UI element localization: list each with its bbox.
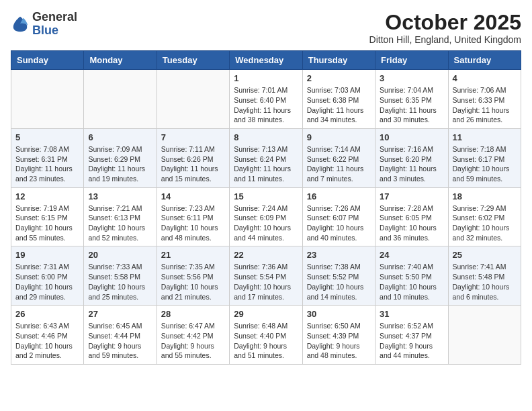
location: Ditton Hill, England, United Kingdom bbox=[369, 34, 521, 45]
day-number: 25 bbox=[453, 250, 517, 260]
calendar-cell: 31Sunrise: 6:52 AM Sunset: 4:37 PM Dayli… bbox=[375, 306, 448, 365]
day-number: 12 bbox=[15, 191, 79, 201]
calendar-cell bbox=[157, 70, 229, 129]
cell-content: Sunrise: 6:52 AM Sunset: 4:37 PM Dayligh… bbox=[380, 321, 443, 361]
cell-content: Sunrise: 7:08 AM Sunset: 6:31 PM Dayligh… bbox=[15, 144, 79, 184]
calendar-week-row: 1Sunrise: 7:01 AM Sunset: 6:40 PM Daylig… bbox=[11, 70, 521, 129]
day-number: 4 bbox=[453, 73, 517, 83]
cell-content: Sunrise: 7:18 AM Sunset: 6:17 PM Dayligh… bbox=[453, 144, 517, 184]
calendar-cell: 30Sunrise: 6:50 AM Sunset: 4:39 PM Dayli… bbox=[302, 306, 375, 365]
calendar-cell: 14Sunrise: 7:23 AM Sunset: 6:11 PM Dayli… bbox=[157, 187, 229, 246]
cell-content: Sunrise: 7:03 AM Sunset: 6:38 PM Dayligh… bbox=[307, 85, 371, 125]
calendar-cell: 17Sunrise: 7:28 AM Sunset: 6:05 PM Dayli… bbox=[375, 187, 448, 246]
calendar-cell: 24Sunrise: 7:40 AM Sunset: 5:50 PM Dayli… bbox=[375, 246, 448, 306]
calendar-week-row: 26Sunrise: 6:43 AM Sunset: 4:46 PM Dayli… bbox=[11, 306, 521, 365]
day-number: 16 bbox=[307, 191, 371, 201]
calendar-cell: 10Sunrise: 7:16 AM Sunset: 6:20 PM Dayli… bbox=[375, 128, 448, 187]
cell-content: Sunrise: 7:33 AM Sunset: 5:58 PM Dayligh… bbox=[88, 262, 152, 302]
calendar-cell: 26Sunrise: 6:43 AM Sunset: 4:46 PM Dayli… bbox=[11, 306, 84, 365]
calendar-cell: 16Sunrise: 7:26 AM Sunset: 6:07 PM Dayli… bbox=[302, 187, 375, 246]
calendar: SundayMondayTuesdayWednesdayThursdayFrid… bbox=[11, 50, 521, 365]
calendar-cell: 25Sunrise: 7:41 AM Sunset: 5:48 PM Dayli… bbox=[448, 246, 521, 306]
cell-content: Sunrise: 7:21 AM Sunset: 6:13 PM Dayligh… bbox=[88, 203, 152, 243]
cell-content: Sunrise: 7:23 AM Sunset: 6:11 PM Dayligh… bbox=[161, 203, 225, 243]
calendar-cell: 28Sunrise: 6:47 AM Sunset: 4:42 PM Dayli… bbox=[157, 306, 229, 365]
day-number: 21 bbox=[161, 250, 225, 260]
calendar-cell: 1Sunrise: 7:01 AM Sunset: 6:40 PM Daylig… bbox=[230, 70, 302, 129]
calendar-cell: 27Sunrise: 6:45 AM Sunset: 4:44 PM Dayli… bbox=[84, 306, 157, 365]
cell-content: Sunrise: 7:04 AM Sunset: 6:35 PM Dayligh… bbox=[380, 85, 443, 125]
day-number: 11 bbox=[453, 132, 517, 142]
cell-content: Sunrise: 6:45 AM Sunset: 4:44 PM Dayligh… bbox=[88, 321, 152, 361]
day-number: 20 bbox=[88, 250, 152, 260]
calendar-cell: 5Sunrise: 7:08 AM Sunset: 6:31 PM Daylig… bbox=[11, 128, 84, 187]
calendar-cell: 22Sunrise: 7:36 AM Sunset: 5:54 PM Dayli… bbox=[230, 246, 302, 306]
cell-content: Sunrise: 7:35 AM Sunset: 5:56 PM Dayligh… bbox=[161, 262, 225, 302]
calendar-cell: 4Sunrise: 7:06 AM Sunset: 6:33 PM Daylig… bbox=[448, 70, 521, 129]
cell-content: Sunrise: 6:48 AM Sunset: 4:40 PM Dayligh… bbox=[234, 321, 298, 361]
calendar-week-row: 12Sunrise: 7:19 AM Sunset: 6:15 PM Dayli… bbox=[11, 187, 521, 246]
cell-content: Sunrise: 6:47 AM Sunset: 4:42 PM Dayligh… bbox=[161, 321, 225, 361]
cell-content: Sunrise: 7:19 AM Sunset: 6:15 PM Dayligh… bbox=[15, 203, 79, 243]
day-number: 26 bbox=[15, 309, 79, 319]
cell-content: Sunrise: 7:31 AM Sunset: 6:00 PM Dayligh… bbox=[15, 262, 79, 302]
weekday-header-friday: Friday bbox=[375, 51, 448, 70]
day-number: 18 bbox=[453, 191, 517, 201]
cell-content: Sunrise: 7:28 AM Sunset: 6:05 PM Dayligh… bbox=[380, 203, 443, 243]
calendar-cell: 21Sunrise: 7:35 AM Sunset: 5:56 PM Dayli… bbox=[157, 246, 229, 306]
calendar-week-row: 5Sunrise: 7:08 AM Sunset: 6:31 PM Daylig… bbox=[11, 128, 521, 187]
page-header: General Blue October 2025 Ditton Hill, E… bbox=[11, 11, 521, 45]
cell-content: Sunrise: 7:01 AM Sunset: 6:40 PM Dayligh… bbox=[234, 85, 298, 125]
day-number: 28 bbox=[161, 309, 225, 319]
weekday-header-sunday: Sunday bbox=[11, 51, 84, 70]
day-number: 10 bbox=[380, 132, 443, 142]
cell-content: Sunrise: 7:26 AM Sunset: 6:07 PM Dayligh… bbox=[307, 203, 371, 243]
cell-content: Sunrise: 7:38 AM Sunset: 5:52 PM Dayligh… bbox=[307, 262, 371, 302]
cell-content: Sunrise: 7:14 AM Sunset: 6:22 PM Dayligh… bbox=[307, 144, 371, 184]
weekday-header-saturday: Saturday bbox=[448, 51, 521, 70]
calendar-cell: 8Sunrise: 7:13 AM Sunset: 6:24 PM Daylig… bbox=[230, 128, 302, 187]
day-number: 24 bbox=[380, 250, 443, 260]
day-number: 23 bbox=[307, 250, 371, 260]
day-number: 5 bbox=[15, 132, 79, 142]
month-title: October 2025 bbox=[369, 11, 521, 34]
logo-icon bbox=[11, 15, 30, 34]
calendar-cell bbox=[448, 306, 521, 365]
calendar-cell: 20Sunrise: 7:33 AM Sunset: 5:58 PM Dayli… bbox=[84, 246, 157, 306]
day-number: 17 bbox=[380, 191, 443, 201]
logo-text: General Blue bbox=[32, 11, 77, 38]
day-number: 19 bbox=[15, 250, 79, 260]
calendar-cell: 19Sunrise: 7:31 AM Sunset: 6:00 PM Dayli… bbox=[11, 246, 84, 306]
cell-content: Sunrise: 6:50 AM Sunset: 4:39 PM Dayligh… bbox=[307, 321, 371, 361]
calendar-cell: 2Sunrise: 7:03 AM Sunset: 6:38 PM Daylig… bbox=[302, 70, 375, 129]
day-number: 9 bbox=[307, 132, 371, 142]
day-number: 15 bbox=[234, 191, 298, 201]
cell-content: Sunrise: 7:36 AM Sunset: 5:54 PM Dayligh… bbox=[234, 262, 298, 302]
cell-content: Sunrise: 7:06 AM Sunset: 6:33 PM Dayligh… bbox=[453, 85, 517, 125]
calendar-body: 1Sunrise: 7:01 AM Sunset: 6:40 PM Daylig… bbox=[11, 70, 521, 365]
cell-content: Sunrise: 7:13 AM Sunset: 6:24 PM Dayligh… bbox=[234, 144, 298, 184]
calendar-cell: 12Sunrise: 7:19 AM Sunset: 6:15 PM Dayli… bbox=[11, 187, 84, 246]
weekday-header-wednesday: Wednesday bbox=[230, 51, 302, 70]
day-number: 6 bbox=[88, 132, 152, 142]
weekday-header-row: SundayMondayTuesdayWednesdayThursdayFrid… bbox=[11, 51, 521, 70]
calendar-cell: 11Sunrise: 7:18 AM Sunset: 6:17 PM Dayli… bbox=[448, 128, 521, 187]
calendar-week-row: 19Sunrise: 7:31 AM Sunset: 6:00 PM Dayli… bbox=[11, 246, 521, 306]
day-number: 31 bbox=[380, 309, 443, 319]
day-number: 7 bbox=[161, 132, 225, 142]
cell-content: Sunrise: 7:41 AM Sunset: 5:48 PM Dayligh… bbox=[453, 262, 517, 302]
day-number: 27 bbox=[88, 309, 152, 319]
calendar-cell: 18Sunrise: 7:29 AM Sunset: 6:02 PM Dayli… bbox=[448, 187, 521, 246]
cell-content: Sunrise: 7:09 AM Sunset: 6:29 PM Dayligh… bbox=[88, 144, 152, 184]
cell-content: Sunrise: 7:29 AM Sunset: 6:02 PM Dayligh… bbox=[453, 203, 517, 243]
calendar-cell: 23Sunrise: 7:38 AM Sunset: 5:52 PM Dayli… bbox=[302, 246, 375, 306]
calendar-cell: 7Sunrise: 7:11 AM Sunset: 6:26 PM Daylig… bbox=[157, 128, 229, 187]
day-number: 1 bbox=[234, 73, 298, 83]
calendar-cell: 3Sunrise: 7:04 AM Sunset: 6:35 PM Daylig… bbox=[375, 70, 448, 129]
cell-content: Sunrise: 7:40 AM Sunset: 5:50 PM Dayligh… bbox=[380, 262, 443, 302]
calendar-cell: 9Sunrise: 7:14 AM Sunset: 6:22 PM Daylig… bbox=[302, 128, 375, 187]
calendar-cell: 13Sunrise: 7:21 AM Sunset: 6:13 PM Dayli… bbox=[84, 187, 157, 246]
day-number: 29 bbox=[234, 309, 298, 319]
cell-content: Sunrise: 7:11 AM Sunset: 6:26 PM Dayligh… bbox=[161, 144, 225, 184]
day-number: 30 bbox=[307, 309, 371, 319]
